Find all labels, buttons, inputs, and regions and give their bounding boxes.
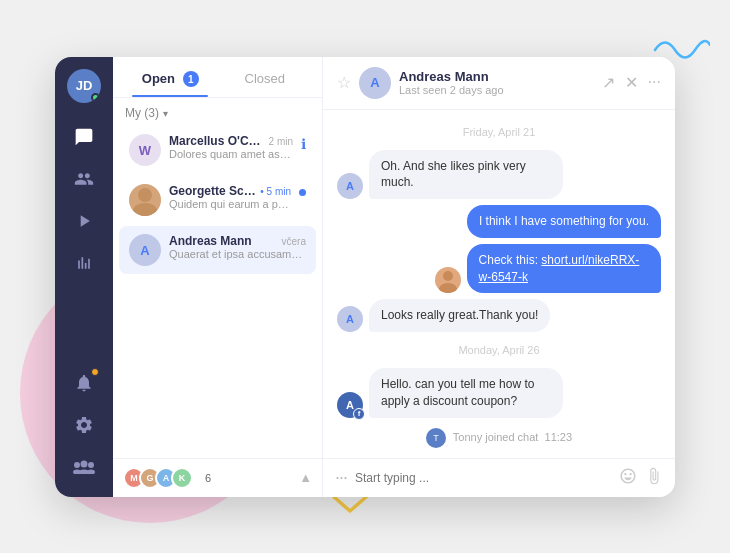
sidebar-item-play[interactable] (66, 203, 102, 239)
footer-avatars: M G A K (123, 467, 187, 489)
sidebar-item-bell[interactable] (66, 365, 102, 401)
chat-input-bar: ··· (323, 458, 675, 497)
info-icon: ℹ (301, 136, 306, 152)
message-bubble: I think I have something for you. (467, 205, 661, 238)
date-divider: Monday, April 26 (337, 344, 661, 356)
date-divider: Friday, April 21 (337, 126, 661, 138)
chat-input-icons (619, 467, 663, 489)
sidebar-item-analytics[interactable] (66, 245, 102, 281)
message-row: Check this: short.url/nikeRRX-w-6547-k (337, 244, 661, 294)
avatar[interactable]: JD (67, 69, 101, 103)
chat-header-info: Andreas Mann Last seen 2 days ago (399, 69, 594, 96)
conv-content: Marcellus O'Conner 2 min Dolores quam am… (169, 134, 293, 160)
sidebar-item-chat[interactable] (66, 119, 102, 155)
chat-messages: Friday, April 21 A Oh. And she likes pin… (323, 110, 675, 458)
svg-point-6 (138, 188, 152, 202)
chat-header: ☆ A Andreas Mann Last seen 2 days ago ↗ … (323, 57, 675, 110)
bell-badge (91, 368, 99, 376)
conv-content: Andreas Mann včera Quaerat et ipsa accus… (169, 234, 306, 260)
list-item[interactable]: W Marcellus O'Conner 2 min Dolores quam … (119, 126, 316, 174)
message-bubble: Oh. And she likes pink very much. (369, 150, 563, 200)
footer-avatar: K (171, 467, 193, 489)
sidebar-item-settings[interactable] (66, 407, 102, 443)
svg-point-8 (443, 271, 453, 281)
app-container: JD (55, 57, 675, 497)
svg-point-0 (74, 462, 80, 468)
sidebar-item-contacts[interactable] (66, 161, 102, 197)
message-bubble: Hello. can you tell me how to apply a di… (369, 368, 563, 418)
conv-footer: M G A K 6 ▲ (113, 458, 322, 497)
message-bubble: Check this: short.url/nikeRRX-w-6547-k (467, 244, 661, 294)
conv-avatar: A (129, 234, 161, 266)
svg-point-1 (88, 462, 94, 468)
status-dot (91, 93, 100, 102)
chat-panel: ☆ A Andreas Mann Last seen 2 days ago ↗ … (323, 57, 675, 497)
svg-point-4 (81, 460, 88, 467)
chat-header-actions: ↗ ✕ ··· (602, 73, 661, 92)
svg-point-9 (439, 283, 457, 293)
attach-icon[interactable] (645, 467, 663, 489)
chat-user-status: Last seen 2 days ago (399, 84, 594, 96)
close-icon[interactable]: ✕ (625, 73, 638, 92)
message-bubble: Looks really great.Thank you! (369, 299, 550, 332)
sender-avatar (435, 267, 461, 293)
conversation-panel: Open 1 Closed My (3) ▾ W Marcellus O'Con… (113, 57, 323, 497)
system-message: T Tonny joined chat 11:23 (337, 428, 661, 448)
conv-avatar (129, 184, 161, 216)
conv-list: W Marcellus O'Conner 2 min Dolores quam … (113, 124, 322, 457)
chat-user-name: Andreas Mann (399, 69, 594, 84)
svg-point-7 (133, 203, 157, 216)
input-actions-icon[interactable]: ··· (335, 467, 347, 488)
more-icon[interactable]: ··· (648, 73, 661, 92)
conv-content: Georgette Schiller • 5 min Quidem qui ea… (169, 184, 291, 210)
system-avatar: T (426, 428, 446, 448)
chevron-down-icon: ▾ (163, 108, 168, 119)
msg-avatar-facebook: A f (337, 392, 363, 418)
list-item[interactable]: A Andreas Mann včera Quaerat et ipsa acc… (119, 226, 316, 274)
msg-avatar: A (337, 173, 363, 199)
list-item[interactable]: Georgette Schiller • 5 min Quidem qui ea… (119, 176, 316, 224)
message-row: I think I have something for you. (337, 205, 661, 238)
emoji-icon[interactable] (619, 467, 637, 489)
svg-point-5 (79, 469, 89, 474)
unread-dot (299, 189, 306, 196)
conv-avatar: W (129, 134, 161, 166)
conv-tabs: Open 1 Closed (113, 57, 322, 99)
tab-closed[interactable]: Closed (218, 57, 313, 98)
bg-chevron-decoration (330, 493, 370, 523)
conv-section-header[interactable]: My (3) ▾ (113, 98, 322, 124)
tab-open[interactable]: Open 1 (123, 57, 218, 98)
sidebar-item-agents[interactable] (66, 449, 102, 485)
scroll-up-icon[interactable]: ▲ (299, 470, 312, 485)
msg-avatar: A (337, 306, 363, 332)
chat-header-avatar: A (359, 67, 391, 99)
message-input[interactable] (355, 471, 611, 485)
star-icon[interactable]: ☆ (337, 73, 351, 92)
open-badge: 1 (183, 71, 199, 87)
message-row: A Looks really great.Thank you! (337, 299, 661, 332)
message-row: A f Hello. can you tell me how to apply … (337, 368, 661, 418)
sidebar: JD (55, 57, 113, 497)
share-icon[interactable]: ↗ (602, 73, 615, 92)
message-row: A Oh. And she likes pink very much. (337, 150, 661, 200)
